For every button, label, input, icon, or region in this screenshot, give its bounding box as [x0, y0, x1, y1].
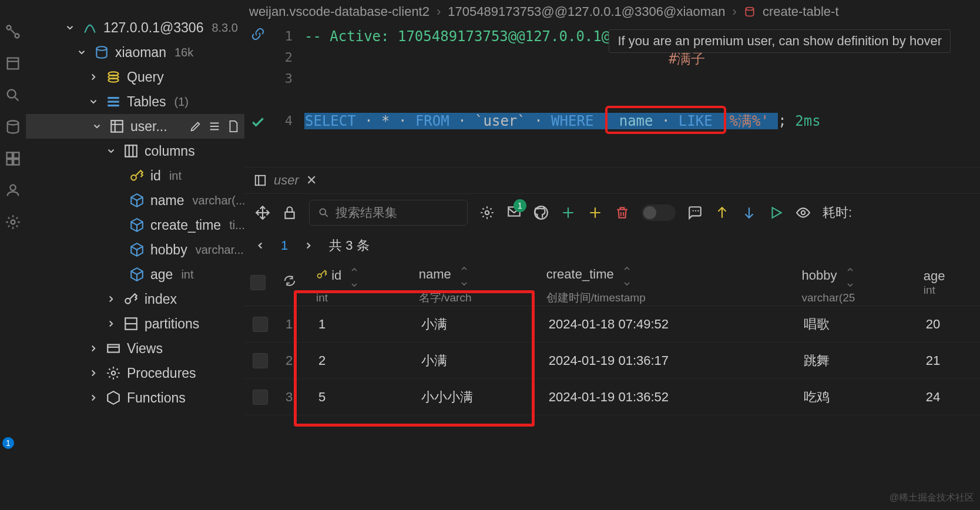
delete-icon[interactable] [615, 205, 630, 220]
cell-name[interactable]: 小满 [413, 306, 541, 343]
cell-hobby[interactable]: 唱歌 [796, 306, 917, 343]
cell-id[interactable]: 5 [310, 379, 413, 415]
connections-icon[interactable] [5, 24, 21, 40]
total-count: 共 3 条 [329, 237, 369, 254]
line-numbers: 1234 [271, 24, 293, 167]
col-name: age [150, 267, 173, 283]
run-icon[interactable] [768, 205, 784, 220]
connection-icon [82, 20, 98, 35]
cell-create-time[interactable]: 2024-01-19 01:36:52 [541, 379, 796, 415]
toggle-switch[interactable] [642, 204, 676, 221]
partitions-node[interactable]: partitions [26, 311, 244, 336]
lines-icon[interactable] [208, 120, 221, 133]
query-label: Query [127, 69, 164, 85]
cell-age[interactable]: 24 [918, 379, 980, 415]
svg-rect-19 [285, 212, 294, 219]
svg-point-0 [7, 26, 11, 30]
result-tab-label: user [274, 173, 299, 188]
mail-icon[interactable]: 1 [506, 204, 522, 222]
select-all-checkbox[interactable] [250, 275, 266, 290]
cell-create-time[interactable]: 2024-01-18 07:49:52 [541, 306, 796, 343]
column-create-time[interactable]: create_time ti... [26, 213, 244, 237]
sort-icon[interactable] [845, 261, 855, 291]
code-editor[interactable]: 1234 -- Active: 1705489173753@@127.0.0.1… [244, 24, 980, 167]
col-header-hobby[interactable]: hobby varchar(25 [796, 260, 917, 306]
connection-node[interactable]: 127.0.0.1@3306 8.3.0 [26, 15, 244, 40]
database-label: xiaoman [115, 45, 166, 61]
table-row[interactable]: 3 5 小小小满 2024-01-19 01:36:52 吃鸡 24 [244, 379, 980, 415]
col-header-name[interactable]: name 名字/varch [413, 260, 541, 306]
cell-name[interactable]: 小小小满 [413, 379, 541, 415]
table-row[interactable]: 1 1 小满 2024-01-18 07:49:52 唱歌 20 [244, 306, 980, 343]
add-row-icon[interactable] [561, 205, 576, 220]
col-type: varchar(... [193, 194, 244, 207]
query-node[interactable]: Query [26, 65, 244, 89]
col-header-create-time[interactable]: create_time 创建时间/timestamp [541, 260, 796, 306]
move-icon[interactable] [255, 205, 270, 220]
check-icon [250, 115, 266, 133]
cell-hobby[interactable]: 吃鸡 [796, 379, 917, 415]
search-input[interactable]: 搜索结果集 [309, 200, 468, 226]
lock-icon[interactable] [282, 205, 297, 220]
comment-icon[interactable] [687, 205, 703, 220]
user-table-node[interactable]: user... [26, 114, 244, 139]
column-hobby[interactable]: hobby varchar... [26, 237, 244, 262]
cell-hobby[interactable]: 跳舞 [796, 343, 917, 379]
sort-icon[interactable] [350, 261, 359, 291]
account-icon[interactable] [5, 182, 21, 199]
crumb-ext: weijan.vscode-database-client2 [249, 4, 429, 19]
views-node[interactable]: Views [26, 336, 244, 361]
edit-icon[interactable] [189, 120, 202, 133]
cell-id[interactable]: 2 [310, 343, 413, 379]
procedures-node[interactable]: Procedures [26, 361, 244, 385]
sort-icon[interactable] [459, 260, 469, 290]
import-icon[interactable] [741, 205, 757, 220]
sort-icon[interactable] [622, 260, 632, 290]
cell-id[interactable]: 1 [310, 306, 413, 343]
svg-point-24 [801, 211, 806, 215]
column-age[interactable]: age int [26, 262, 244, 287]
next-page-icon[interactable] [303, 240, 314, 251]
prev-page-icon[interactable] [255, 240, 266, 251]
github-icon[interactable] [533, 205, 549, 220]
database-icon[interactable] [5, 119, 21, 135]
link-icon[interactable] [251, 27, 265, 44]
cell-name[interactable]: 小满 [413, 343, 541, 379]
cell-create-time[interactable]: 2024-01-19 01:36:17 [541, 343, 796, 379]
timing-label: 耗时: [823, 204, 852, 222]
result-tab-user[interactable]: user ✕ [249, 167, 330, 193]
breadcrumb[interactable]: weijan.vscode-database-client2 › 1705489… [244, 0, 980, 24]
search-icon[interactable] [5, 87, 21, 103]
cube-icon [106, 390, 121, 405]
views-icon [106, 341, 121, 356]
row-checkbox[interactable] [253, 390, 268, 405]
extensions-icon[interactable] [5, 150, 21, 167]
database-node[interactable]: xiaoman 16k [26, 40, 244, 65]
crumb-conn: 1705489173753@@127.0.0.1@3306@xiaoman [448, 4, 725, 19]
cell-age[interactable]: 20 [918, 306, 980, 343]
index-node[interactable]: index [26, 287, 244, 311]
col-type: varchar... [196, 243, 244, 257]
close-icon[interactable]: ✕ [306, 173, 317, 188]
col-header-age[interactable]: age int [918, 260, 980, 306]
gear-icon[interactable] [479, 205, 495, 220]
table-row[interactable]: 2 2 小满 2024-01-19 01:36:17 跳舞 21 [244, 343, 980, 379]
tables-node[interactable]: Tables (1) [26, 89, 244, 114]
table-icon [109, 119, 125, 134]
column-name[interactable]: name varchar(... [26, 188, 244, 213]
refresh-icon[interactable] [283, 274, 296, 287]
col-header-id[interactable]: id int [310, 260, 413, 306]
add-column-icon[interactable] [588, 205, 603, 220]
cell-age[interactable]: 21 [918, 343, 980, 379]
eye-icon[interactable] [796, 205, 811, 220]
page-icon[interactable] [227, 120, 240, 133]
settings-gear-icon[interactable] [5, 214, 21, 230]
explorer-icon[interactable] [5, 55, 21, 72]
export-icon[interactable] [714, 205, 730, 220]
page-number: 1 [281, 238, 288, 253]
functions-node[interactable]: Functions [26, 385, 244, 410]
row-checkbox[interactable] [253, 317, 268, 332]
columns-node[interactable]: columns [26, 139, 244, 163]
row-checkbox[interactable] [253, 353, 268, 368]
column-id[interactable]: id int [26, 163, 244, 188]
